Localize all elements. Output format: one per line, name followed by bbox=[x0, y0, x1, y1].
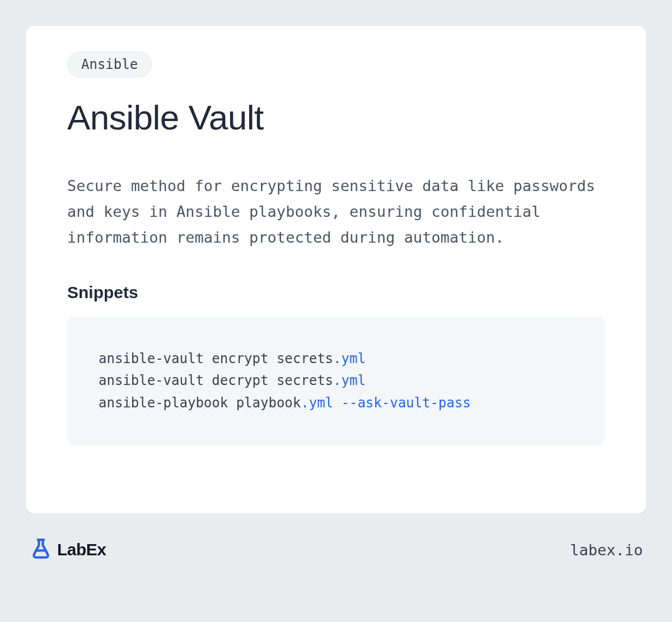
code-token: .yml --ask-vault-pass bbox=[301, 395, 470, 411]
code-token: .yml bbox=[333, 373, 366, 388]
flask-icon bbox=[29, 537, 53, 563]
description-text: Secure method for encrypting sensitive d… bbox=[67, 173, 605, 250]
logo: LabEx bbox=[29, 537, 106, 563]
page-title: Ansible Vault bbox=[67, 98, 605, 137]
footer: LabEx labex.io bbox=[26, 537, 646, 563]
snippets-heading: Snippets bbox=[67, 283, 605, 302]
site-url: labex.io bbox=[570, 541, 643, 559]
code-snippet-block: ansible-vault encrypt secrets.yml ansibl… bbox=[67, 317, 605, 446]
logo-text: LabEx bbox=[57, 540, 106, 559]
code-token: ansible-vault decrypt secrets bbox=[99, 373, 333, 388]
category-tag: Ansible bbox=[67, 52, 152, 77]
content-card: Ansible Ansible Vault Secure method for … bbox=[26, 26, 646, 513]
code-token: ansible-vault encrypt secrets bbox=[99, 351, 333, 366]
code-token: .yml bbox=[333, 351, 366, 366]
code-token: ansible-playbook playbook bbox=[99, 395, 301, 411]
